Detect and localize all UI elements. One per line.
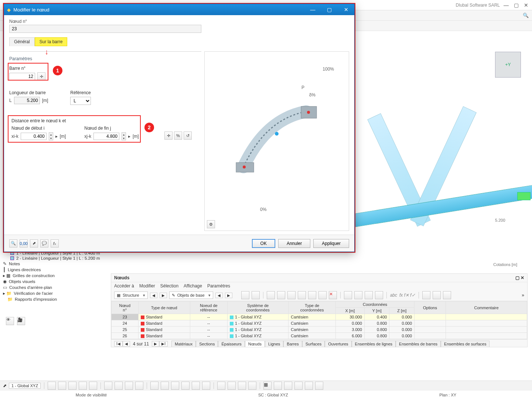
- tab-members[interactable]: Barres: [283, 341, 302, 347]
- distance-pick-icon[interactable]: ✛: [164, 132, 173, 140]
- units-icon[interactable]: 0,00: [20, 239, 28, 248]
- status-vismode: Mode de visibilité: [76, 393, 107, 397]
- cs-icon[interactable]: ⬈: [30, 239, 38, 248]
- reset-icon[interactable]: ↺: [184, 132, 192, 140]
- status-sc: SC : Global XYZ: [258, 393, 288, 397]
- combo-structure[interactable]: ▦Structure: [114, 291, 148, 299]
- filter2-icon[interactable]: [252, 291, 260, 299]
- nodes-panel: Nœuds ▢ ✕ Accéder à Modifier Sélection A…: [111, 273, 528, 347]
- search-icon[interactable]: 🔍: [522, 11, 530, 20]
- preview-diagram-icon: [221, 97, 332, 185]
- app-icon: ◆: [7, 7, 11, 13]
- panel-close-icon[interactable]: ✕: [521, 275, 524, 280]
- annotation-box-1: [8, 63, 48, 81]
- annotation-box-2: [8, 115, 141, 143]
- close-icon[interactable]: ✕: [524, 2, 528, 8]
- pager-label: 4 sur 11: [130, 341, 152, 347]
- nodes-table[interactable]: Nœud n° Type de nœud Noeud de référence …: [111, 301, 527, 339]
- dialog-close-icon[interactable]: ✕: [338, 4, 354, 15]
- cs-icon[interactable]: ⬈: [3, 383, 7, 388]
- pct-0-label: 0%: [260, 207, 266, 212]
- nodes-panel-title: Nœuds: [114, 275, 129, 280]
- dialog-maximize-icon[interactable]: ▢: [321, 4, 338, 15]
- annotation-arrow-tab-icon: ↓: [45, 48, 48, 56]
- preview-settings-icon[interactable]: ⚙: [207, 220, 215, 228]
- support-right: [517, 192, 531, 200]
- dialog-titlebar[interactable]: ◆ Modifier le nœud — ▢ ✕: [4, 4, 354, 15]
- tab-sections[interactable]: Sections: [196, 341, 218, 347]
- tree-display-icon[interactable]: 👁: [6, 317, 14, 325]
- percent-icon[interactable]: %: [174, 132, 182, 140]
- restore-icon[interactable]: ▢: [515, 275, 519, 280]
- grid-icon[interactable]: ▦: [263, 382, 272, 390]
- tab-nodes[interactable]: Nœuds: [245, 341, 265, 347]
- length-label: Longueur de barre: [9, 90, 48, 95]
- status-bar: ⬈ 1 - Global XYZ ▦ Mode de visibilité SC: [0, 381, 532, 399]
- tree-camera-icon[interactable]: 🎥: [17, 317, 25, 325]
- first-icon[interactable]: I◀: [114, 341, 123, 347]
- table-row: 26 Standard -- 1 - Global XYZ Cartésien …: [112, 333, 527, 339]
- tab-linesets[interactable]: Ensembles de lignes: [352, 341, 396, 347]
- app-window: Dlubal Software SARL — ▢ ✕ 💾 ↶ ↷ ⚙ 🔍 ↖ ✥…: [0, 0, 532, 399]
- apply-button[interactable]: Appliquer: [313, 239, 349, 248]
- comment-icon[interactable]: 💬: [40, 239, 48, 248]
- prev-icon[interactable]: ◀: [150, 293, 157, 298]
- nodes-menu[interactable]: Accéder à Modifier Sélection Affichage P…: [111, 282, 527, 290]
- table-row: 25 Standard -- 1 - Global XYZ Cartésien …: [112, 327, 527, 333]
- dim-length: 5.200: [495, 218, 505, 222]
- dialog-minimize-icon[interactable]: —: [304, 4, 321, 15]
- annotation-marker-2: 2: [144, 123, 154, 132]
- combo-objects[interactable]: ✎Objets de base: [169, 291, 213, 299]
- fwd-icon[interactable]: ▶: [152, 341, 159, 347]
- pct-100-label: 100%: [323, 66, 334, 72]
- next-icon[interactable]: ▶: [160, 293, 167, 298]
- edit-node-dialog: ◆ Modifier le nœud — ▢ ✕ Nœud n° Général…: [4, 4, 355, 252]
- tab-on-member[interactable]: Sur la barre: [35, 37, 68, 46]
- svg-point-3: [243, 166, 246, 168]
- p-label: P: [301, 85, 304, 90]
- dialog-preview[interactable]: 100% δ% P 0% ⚙: [204, 51, 349, 231]
- length-input: [14, 97, 40, 104]
- tab-membersets[interactable]: Ensembles de barres: [396, 341, 441, 347]
- last-icon[interactable]: ▶I: [159, 341, 168, 347]
- params-group-title: Paramètres: [9, 56, 201, 61]
- back-icon[interactable]: ◀: [123, 341, 130, 347]
- reference-select[interactable]: L: [70, 97, 91, 105]
- annotation-marker-1: 1: [53, 66, 62, 75]
- cs-combo[interactable]: 1 - Global XYZ: [9, 383, 41, 389]
- length-unit: [m]: [42, 98, 48, 103]
- table-row: 23 Standard -- 1 - Global XYZ Cartésien …: [112, 314, 527, 320]
- node-no-label: Nœud n°: [9, 19, 349, 24]
- minimize-icon[interactable]: —: [504, 2, 509, 8]
- delete-icon[interactable]: ✕: [329, 291, 337, 299]
- node-no-input[interactable]: [9, 25, 201, 33]
- zoom-icon[interactable]: 🔍: [9, 239, 17, 248]
- member-no-label: 12: [454, 214, 459, 219]
- cancel-button[interactable]: Annuler: [278, 239, 310, 248]
- tab-openings[interactable]: Ouvertures: [325, 341, 351, 347]
- tab-thickness[interactable]: Épaisseurs: [218, 341, 245, 347]
- filter-icon[interactable]: [241, 291, 249, 299]
- brand-label: Dlubal Software SARL: [456, 3, 500, 8]
- view-cube[interactable]: +Y: [495, 52, 521, 78]
- tab-lines[interactable]: Lignes: [265, 341, 283, 347]
- svg-point-4: [307, 111, 310, 114]
- length-symbol: L: [9, 98, 12, 103]
- tab-materials[interactable]: Matériaux: [171, 341, 196, 347]
- status-plan: Plan : XY: [439, 393, 456, 397]
- reference-label: Référence: [70, 90, 91, 95]
- tab-general[interactable]: Général: [9, 37, 35, 46]
- units-label: Cotations [m]: [493, 262, 517, 267]
- table-row: 24 Standard -- 1 - Global XYZ Cartésien …: [112, 320, 527, 327]
- delta-label: δ%: [309, 92, 316, 98]
- tab-surfaces[interactable]: Surfaces: [302, 341, 325, 347]
- ok-button[interactable]: OK: [252, 239, 275, 248]
- maximize-icon[interactable]: ▢: [514, 2, 519, 8]
- fx-icon[interactable]: fₓ: [51, 239, 59, 248]
- svg-point-2: [275, 132, 279, 136]
- tab-surfacesets[interactable]: Ensembles de surfaces: [441, 341, 490, 347]
